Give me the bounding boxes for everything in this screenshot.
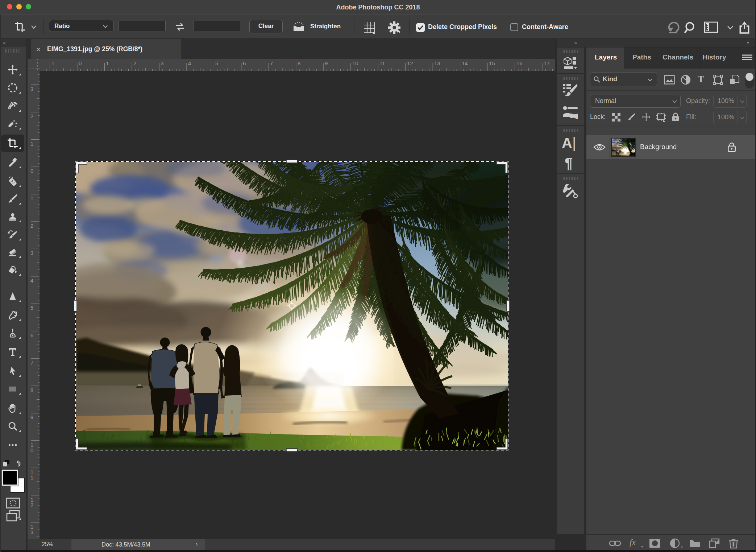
svg-text:17: 17: [544, 60, 550, 66]
svg-text:3: 3: [30, 86, 33, 92]
svg-text:4: 4: [188, 60, 191, 66]
svg-text:11: 11: [379, 60, 385, 66]
svg-text:0: 0: [79, 60, 82, 66]
svg-text:13: 13: [434, 60, 440, 66]
svg-text:4: 4: [30, 277, 33, 284]
svg-text:8: 8: [298, 60, 300, 66]
svg-text:16: 16: [516, 60, 523, 66]
svg-text:8: 8: [30, 387, 33, 393]
svg-text:3: 3: [30, 529, 33, 535]
svg-text:5: 5: [215, 60, 218, 66]
svg-text:5: 5: [30, 305, 33, 311]
svg-text:1: 1: [30, 141, 33, 147]
svg-text:1: 1: [51, 60, 54, 66]
svg-text:3: 3: [30, 250, 33, 256]
svg-text:3: 3: [161, 60, 163, 66]
svg-text:1: 1: [106, 60, 109, 66]
svg-text:6: 6: [30, 332, 33, 338]
svg-text:10: 10: [352, 60, 358, 66]
svg-text:6: 6: [243, 60, 246, 66]
svg-text:7: 7: [30, 359, 33, 366]
svg-text:2: 2: [30, 113, 33, 119]
svg-text:9: 9: [30, 414, 33, 420]
svg-text:15: 15: [489, 60, 495, 66]
svg-text:14: 14: [462, 60, 468, 66]
svg-text:1: 1: [30, 474, 33, 481]
svg-text:7: 7: [270, 60, 273, 66]
svg-text:2: 2: [30, 223, 33, 229]
svg-text:0: 0: [30, 447, 33, 453]
svg-text:2: 2: [30, 502, 33, 508]
svg-text:12: 12: [407, 60, 413, 66]
svg-text:2: 2: [133, 60, 136, 66]
svg-text:9: 9: [325, 60, 328, 66]
svg-text:0: 0: [30, 168, 33, 174]
svg-text:1: 1: [30, 195, 33, 201]
